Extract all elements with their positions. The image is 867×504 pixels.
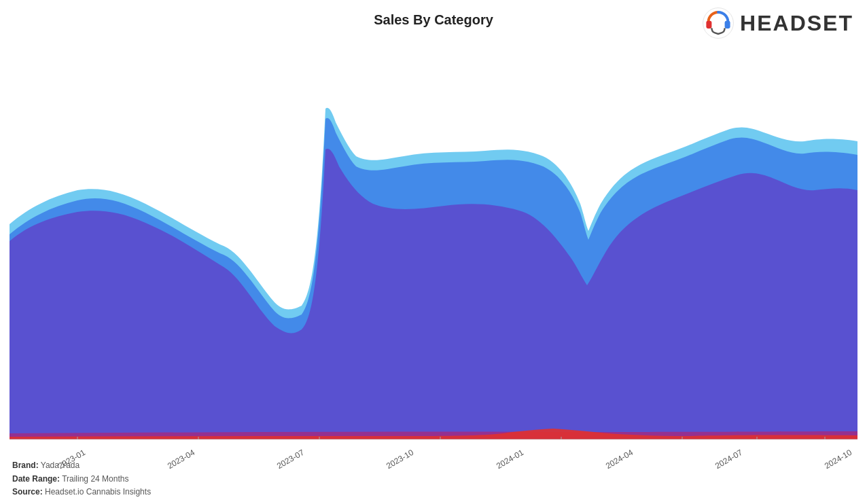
footer-source: Source: Headset.io Cannabis Insights	[12, 486, 151, 499]
chart-container: HEADSET Sales By Category Concentrates E…	[0, 0, 867, 504]
header-logo: HEADSET	[702, 7, 853, 39]
x-label-2024-07: 2024-07	[713, 448, 744, 471]
brand-value: Yada Yada	[41, 461, 79, 470]
x-label-2024-10: 2024-10	[823, 448, 853, 471]
svg-rect-2	[725, 21, 730, 29]
x-label-2024-01: 2024-01	[494, 448, 525, 471]
x-label-2024-04: 2024-04	[604, 448, 635, 471]
x-label-2023-07: 2023-07	[275, 448, 306, 471]
date-range-value: Trailing 24 Months	[62, 474, 128, 484]
source-value: Headset.io Cannabis Insights	[45, 487, 151, 497]
brand-label: Brand:	[12, 461, 39, 470]
x-label-2023-10: 2023-10	[385, 448, 415, 471]
logo-text: HEADSET	[740, 11, 853, 36]
date-range-label: Date Range:	[12, 474, 60, 484]
footer-date-range: Date Range: Trailing 24 Months	[12, 473, 151, 486]
chart-svg	[10, 41, 857, 439]
svg-rect-1	[706, 21, 711, 29]
headset-logo-icon	[702, 7, 735, 39]
x-label-2023-04: 2023-04	[166, 448, 196, 471]
source-label: Source:	[12, 487, 43, 497]
chart-title: Sales By Category	[374, 12, 493, 28]
footer-info: Brand: Yada Yada Date Range: Trailing 24…	[12, 459, 151, 499]
footer-brand: Brand: Yada Yada	[12, 459, 151, 472]
